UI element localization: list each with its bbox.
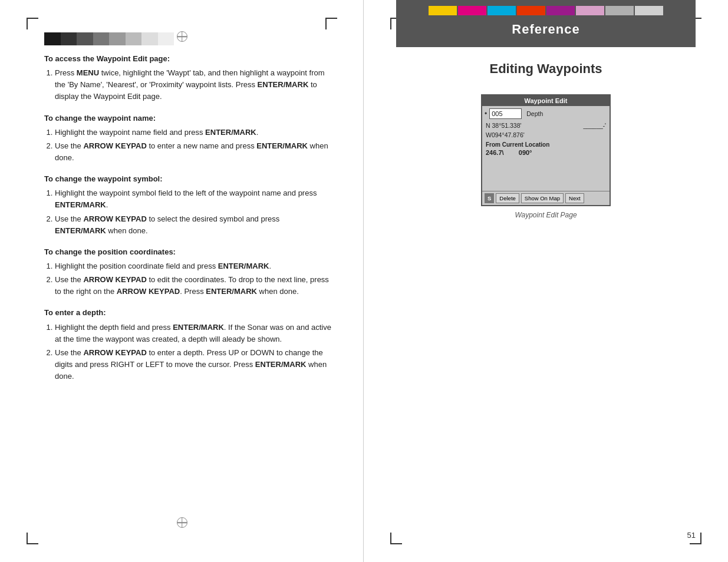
wp-space <box>510 149 515 156</box>
wp-name-value: 005 <box>492 110 502 117</box>
list-item: Highlight the waypoint symbol field to t… <box>55 187 331 211</box>
color-seg-yellow <box>429 6 457 15</box>
waypoint-edit-container: Waypoint Edit • 005 Depth <box>402 94 690 219</box>
color-seg-lightgray <box>635 6 663 15</box>
list-symbol: Highlight the waypoint symbol field to t… <box>44 187 331 237</box>
heading-symbol: To change the waypoint symbol: <box>44 173 331 185</box>
wp-buttons-row: S Delete Show On Map Next <box>482 191 610 205</box>
wp-from-label: From Current Location <box>482 140 610 148</box>
wp-depth-label: Depth <box>526 110 543 117</box>
wp-coords: N 38°51.338' ______-' W094°47.876' <box>482 120 610 140</box>
left-content: To access the Waypoint Edit page: Press … <box>44 35 331 382</box>
section-title: Editing Waypoints <box>402 61 690 77</box>
list-item: Use the ARROW KEYPAD to enter a depth. P… <box>55 347 331 382</box>
left-page: To access the Waypoint Edit page: Press … <box>0 0 364 562</box>
wp-depth-dashes: ______-' <box>583 121 606 130</box>
heading-name: To change the waypoint name: <box>44 113 331 124</box>
list-item: Highlight the waypoint name field and pr… <box>55 127 331 138</box>
corner-bl-right <box>390 533 402 544</box>
list-access: Press MENU twice, highlight the 'Waypt' … <box>44 67 331 103</box>
wp-btn-s[interactable]: S <box>485 193 494 203</box>
crosshair-top <box>177 31 187 45</box>
list-item: Highlight the position coordinate field … <box>55 260 331 272</box>
wp-name-row: • 005 Depth <box>482 106 610 120</box>
list-item: Press MENU twice, highlight the 'Waypt' … <box>55 67 331 103</box>
list-name: Highlight the waypoint name field and pr… <box>44 127 331 164</box>
right-content: Editing Waypoints Waypoint Edit • 005 De… <box>396 61 696 219</box>
color-seg-red <box>517 6 545 15</box>
wp-btn-delete[interactable]: Delete <box>496 193 519 203</box>
list-depth: Highlight the depth field and press ENTE… <box>44 322 331 383</box>
heading-coords: To change the position coordinates: <box>44 246 331 258</box>
wp-name-box: 005 <box>489 108 522 119</box>
wp-btn-next[interactable]: Next <box>565 193 584 203</box>
wp-titlebar: Waypoint Edit <box>482 95 610 106</box>
page-number: 51 <box>687 531 696 540</box>
header-bar: Reference <box>396 0 696 47</box>
wp-distance: 246.7\ <box>486 149 504 156</box>
heading-depth: To enter a depth: <box>44 307 331 319</box>
heading-access: To access the Waypoint Edit page: <box>44 53 331 65</box>
color-bar-right <box>396 6 696 15</box>
list-item: Use the ARROW KEYPAD to edit the coordin… <box>55 274 331 297</box>
wp-depth-right: Depth <box>526 110 543 117</box>
list-item: Highlight the depth field and press ENTE… <box>55 322 331 345</box>
color-seg-lavender <box>576 6 604 15</box>
list-coords: Highlight the position coordinate field … <box>44 260 331 297</box>
reference-label: Reference <box>512 22 579 37</box>
color-bar-left <box>44 32 174 45</box>
wp-empty-area <box>482 158 610 191</box>
wp-caption: Waypoint Edit Page <box>515 211 577 219</box>
color-seg-blue <box>487 6 516 15</box>
crosshair-bottom <box>177 517 187 531</box>
wp-coord-line1: N 38°51.338' <box>486 121 522 131</box>
wp-bearing: 090° <box>519 149 532 156</box>
wp-bullet: • <box>485 110 487 118</box>
color-seg-purple <box>546 6 575 15</box>
corner-tl <box>27 18 38 29</box>
right-page: Reference Editing Waypoints Waypoint Edi… <box>364 0 728 562</box>
wp-btn-show-on-map[interactable]: Show On Map <box>521 193 564 203</box>
color-seg-gray <box>605 6 634 15</box>
wp-coord-line2: W094°47.876' <box>486 131 606 140</box>
corner-bl <box>27 533 38 544</box>
corner-tr <box>325 18 337 29</box>
list-item: Use the ARROW KEYPAD to enter a new name… <box>55 140 331 164</box>
list-item: Use the ARROW KEYPAD to select the desir… <box>55 213 331 237</box>
color-seg-pink <box>458 6 486 15</box>
wp-from-row: 246.7\ 090° <box>482 148 610 158</box>
waypoint-edit-screen: Waypoint Edit • 005 Depth <box>481 94 611 206</box>
